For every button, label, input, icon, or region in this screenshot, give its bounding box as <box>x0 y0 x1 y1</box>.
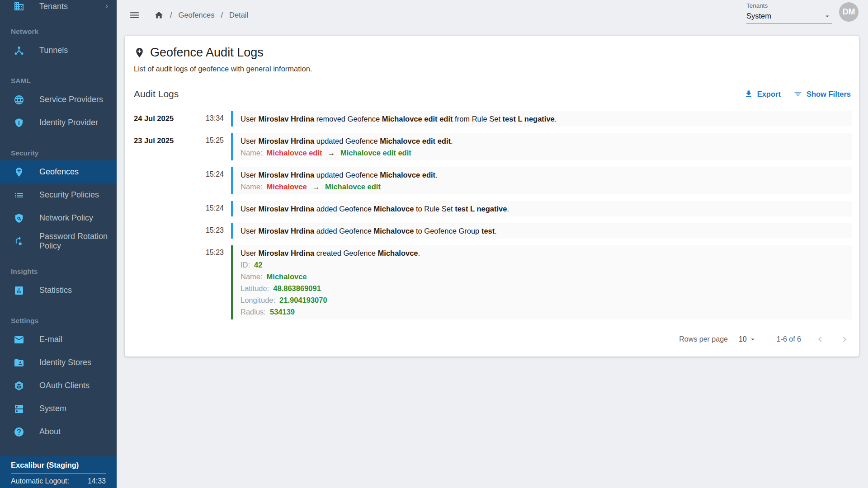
server-stack-icon <box>14 404 24 414</box>
message-user: Miroslav Hrdina <box>258 137 314 145</box>
log-message: User Miroslav Hrdina added Geofence Mich… <box>241 225 844 237</box>
show-filters-label: Show Filters <box>807 90 851 99</box>
log-message: User Miroslav Hrdina added Geofence Mich… <box>241 203 844 215</box>
export-button[interactable]: Export <box>744 89 781 99</box>
audit-log-row: 15:24 User Miroslav Hrdina added Geofenc… <box>134 201 852 216</box>
pagination: Rows per page 10 1-6 of 6 <box>134 334 852 345</box>
shield-search-icon <box>14 213 24 224</box>
sidebar-item-identity-provider[interactable]: Identity Provider <box>0 111 117 134</box>
help-icon <box>14 427 24 437</box>
log-time: 15:23 <box>193 245 224 319</box>
breadcrumb-current: Detail <box>229 11 248 19</box>
logout-row: Automatic Logout: 14:33 <box>11 474 106 485</box>
log-entry: User Miroslav Hrdina updated Geofence Mi… <box>231 133 852 160</box>
detail-line: Longitude:21.904193070 <box>241 294 844 306</box>
hamburger-menu-icon[interactable] <box>129 9 140 21</box>
audit-logs-header-row: Audit Logs Export Show Filters <box>134 89 852 99</box>
message-text: User <box>241 249 258 257</box>
sidebar-item-email[interactable]: E-mail <box>0 328 117 351</box>
message-text: to Rule Set <box>414 205 455 213</box>
audit-log-row: 15:24 User Miroslav Hrdina updated Geofe… <box>134 167 852 194</box>
folder-user-icon <box>14 357 24 368</box>
download-icon <box>744 89 753 99</box>
sidebar-item-label: Tunnels <box>39 46 68 55</box>
sidebar-item-service-providers[interactable]: Service Providers <box>0 88 117 111</box>
hub-icon <box>14 45 24 56</box>
hexagon-cube-icon <box>14 380 24 391</box>
tenants-select-label: Tenants <box>746 2 832 9</box>
message-text: . <box>555 115 557 123</box>
sidebar-item-label: About <box>39 427 61 436</box>
sidebar-item-tenants[interactable]: Tenants <box>0 0 117 13</box>
sidebar-item-oauth-clients[interactable]: OAuth Clients <box>0 374 117 397</box>
geofence-pin-icon <box>134 47 145 58</box>
message-user: Miroslav Hrdina <box>258 249 314 257</box>
sidebar-item-label: Identity Stores <box>39 358 91 367</box>
message-text: updated Geofence <box>314 171 380 179</box>
tenants-select[interactable]: Tenants System <box>746 2 832 24</box>
sidebar-item-system[interactable]: System <box>0 397 117 420</box>
sidebar-item-tunnels[interactable]: Tunnels <box>0 39 117 62</box>
message-object: Michalovce <box>373 205 414 213</box>
message-text: created Geofence <box>314 249 377 257</box>
logout-countdown: 14:33 <box>88 477 106 485</box>
message-text: removed Geofence <box>314 115 382 123</box>
sidebar-item-statistics[interactable]: Statistics <box>0 279 117 302</box>
detail-label: Longitude: <box>241 296 275 304</box>
message-object: Michalovce <box>373 227 414 235</box>
sidebar-section-security: Security <box>0 146 117 160</box>
message-user: Miroslav Hrdina <box>258 115 314 123</box>
rows-per-page-select[interactable]: 10 <box>739 335 757 343</box>
page-subtitle: List of audit logs of geofence with gene… <box>134 65 852 73</box>
message-text: . <box>507 205 509 213</box>
sidebar-item-label: Service Providers <box>39 95 103 104</box>
sidebar-item-identity-stores[interactable]: Identity Stores <box>0 351 117 374</box>
home-icon[interactable] <box>154 10 164 20</box>
message-object: Michalovce edit edit <box>380 137 451 145</box>
audit-log-row: 15:23 User Miroslav Hrdina added Geofenc… <box>134 223 852 239</box>
message-text: . <box>435 171 438 179</box>
rows-per-page-label: Rows per page <box>679 335 728 343</box>
previous-page-button[interactable] <box>815 334 826 345</box>
audit-log-row: 24 Jul 2025 13:34 User Miroslav Hrdina r… <box>134 111 852 127</box>
breadcrumb-geofences[interactable]: Geofences <box>179 11 215 19</box>
breadcrumb-separator: / <box>170 11 172 19</box>
card-title-row: Geofence Audit Logs <box>134 46 852 60</box>
new-value: Michalovce edit edit <box>340 149 411 157</box>
message-text: User <box>241 171 258 179</box>
sidebar-item-security-policies[interactable]: Security Policies <box>0 183 117 206</box>
message-text: User <box>241 115 258 123</box>
sidebar-item-password-rotation-policy[interactable]: Password Rotation Policy <box>0 230 117 253</box>
header-actions: Export Show Filters <box>744 89 852 99</box>
sidebar-item-label: System <box>39 404 66 413</box>
change-field-label: Name: <box>241 149 263 157</box>
arrow-right-icon: → <box>312 183 320 191</box>
topbar: / Geofences / Detail Tenants System DM <box>117 0 868 30</box>
detail-value: 534139 <box>270 308 295 316</box>
sidebar-item-network-policy[interactable]: Network Policy <box>0 206 117 230</box>
avatar[interactable]: DM <box>839 2 859 22</box>
log-time: 15:24 <box>193 201 224 216</box>
tenants-select-value-row[interactable]: System <box>746 9 832 24</box>
tenants-selected-value: System <box>746 12 771 20</box>
main-area: / Geofences / Detail Tenants System DM G… <box>117 0 868 357</box>
detail-value: Michalovce <box>267 272 307 281</box>
message-text: User <box>241 205 258 213</box>
detail-line: ID:42 <box>241 259 844 271</box>
log-message: User Miroslav Hrdina updated Geofence Mi… <box>241 135 844 147</box>
sidebar-item-about[interactable]: About <box>0 420 117 443</box>
change-line: Name:Michalovce→Michalovce edit <box>241 181 844 192</box>
log-entry-created: User Miroslav Hrdina created Geofence Mi… <box>231 245 852 319</box>
log-entry: User Miroslav Hrdina removed Geofence Mi… <box>231 111 852 127</box>
sidebar-item-label: E-mail <box>39 335 62 344</box>
message-object: Michalovce edit <box>380 171 435 179</box>
show-filters-button[interactable]: Show Filters <box>793 89 851 99</box>
filter-icon <box>793 89 802 99</box>
log-date: 23 Jul 2025 <box>134 133 193 160</box>
audit-log-row: 15:23 User Miroslav Hrdina created Geofe… <box>134 245 852 319</box>
old-value: Michalovce edit <box>267 149 322 157</box>
globe-icon <box>14 94 24 105</box>
next-page-button[interactable] <box>839 334 850 345</box>
sidebar-item-geofences[interactable]: Geofences <box>0 160 117 183</box>
log-message: User Miroslav Hrdina created Geofence Mi… <box>241 247 844 259</box>
